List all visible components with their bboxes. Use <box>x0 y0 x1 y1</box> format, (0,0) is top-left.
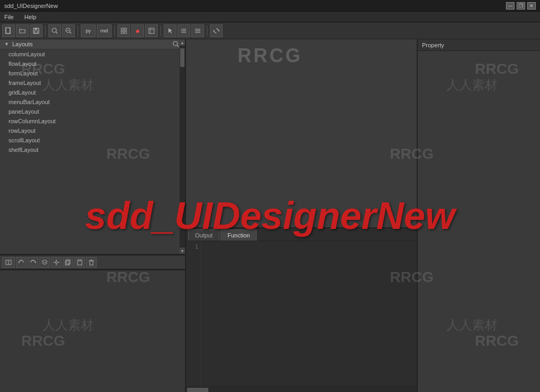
svg-marker-31 <box>18 261 19 263</box>
svg-rect-45 <box>90 261 93 265</box>
mel-button[interactable]: mel <box>97 24 112 37</box>
property-content <box>418 51 540 392</box>
tree-item[interactable]: gridLayout <box>0 88 185 97</box>
magnify2-button[interactable] <box>62 24 75 37</box>
svg-rect-0 <box>6 28 10 33</box>
magnify-button[interactable] <box>48 24 61 37</box>
tree-item[interactable]: formLayout <box>0 69 185 78</box>
output-text-area[interactable] <box>201 241 417 387</box>
menu-help[interactable]: Help <box>22 13 39 21</box>
scroll-down-button[interactable]: ▼ <box>180 248 185 254</box>
svg-rect-20 <box>181 30 182 31</box>
toolbar-sep-2 <box>78 25 78 36</box>
tree-item[interactable]: paneLayout <box>0 107 185 116</box>
svg-rect-42 <box>65 261 69 265</box>
cursor-button[interactable] <box>164 24 176 37</box>
toolbar-sep-4 <box>161 25 161 36</box>
canvas-area[interactable] <box>186 39 417 227</box>
tree-item[interactable]: rowColumnLayout <box>0 116 185 126</box>
window-controls: — ❐ ✕ <box>506 2 536 10</box>
close-button[interactable]: ✕ <box>527 2 536 10</box>
save-button[interactable] <box>30 24 43 37</box>
scroll-up-button[interactable]: ▲ <box>180 39 185 46</box>
layer-button[interactable] <box>39 257 50 268</box>
tree-area: ▲ ▼ ▼ Layouts columnLayout flowLayout fo… <box>0 39 185 255</box>
search-icon[interactable] <box>172 40 180 49</box>
tree-item[interactable]: rowLayout <box>0 126 185 135</box>
minimize-button[interactable]: — <box>506 2 514 10</box>
property-header: Property <box>418 39 540 51</box>
svg-line-5 <box>56 32 57 33</box>
left-panel: ▲ ▼ ▼ Layouts columnLayout flowLayout fo… <box>0 39 186 392</box>
line-numbers: 1 <box>186 241 201 387</box>
new-button[interactable] <box>2 24 15 37</box>
refresh-button[interactable] <box>210 24 223 37</box>
tree-header: ▼ Layouts <box>0 39 185 49</box>
center-panel: Output Function 1 <box>186 39 418 392</box>
line-number-1: 1 <box>188 243 198 250</box>
list1-button[interactable] <box>178 24 190 37</box>
delete-button[interactable] <box>86 257 97 268</box>
toolbar: py mel ● <box>0 22 540 39</box>
text-insert-button[interactable] <box>2 257 15 268</box>
open-button[interactable] <box>16 24 29 37</box>
output-tabs: Output Function <box>186 228 417 241</box>
svg-rect-19 <box>181 29 182 30</box>
svg-rect-10 <box>124 28 126 30</box>
menu-file[interactable]: File <box>2 13 16 21</box>
scroll-thumb[interactable] <box>180 48 184 67</box>
tab-output[interactable]: Output <box>188 229 220 241</box>
left-lower-area <box>0 270 185 392</box>
tree-item[interactable]: scrollLayout <box>0 135 185 145</box>
tree-item[interactable]: menuBarLayout <box>0 97 185 107</box>
svg-marker-33 <box>42 260 47 263</box>
record-button[interactable]: ● <box>131 24 144 37</box>
code-button[interactable] <box>145 24 158 37</box>
window-title: sdd_UIDesignerNew <box>4 3 58 9</box>
svg-line-28 <box>177 45 179 47</box>
grid-button[interactable] <box>117 24 130 37</box>
bottom-scrollbar[interactable] <box>186 387 417 392</box>
restore-button[interactable]: ❐ <box>517 2 525 10</box>
tree-item[interactable]: shelfLayout <box>0 145 185 155</box>
tree-scrollbar[interactable]: ▲ ▼ <box>180 39 185 254</box>
toolbar-sep-5 <box>207 25 207 36</box>
right-panel: Property <box>418 39 540 392</box>
svg-rect-44 <box>79 259 81 261</box>
menu-bar: File Help <box>0 12 540 22</box>
svg-point-4 <box>52 28 56 32</box>
svg-rect-9 <box>121 28 123 30</box>
copy-button[interactable] <box>63 257 73 268</box>
list2-button[interactable] <box>191 24 204 37</box>
svg-rect-41 <box>66 260 70 264</box>
collapse-arrow[interactable]: ▼ <box>4 41 9 47</box>
py-button[interactable]: py <box>81 24 96 37</box>
toolbar-sep-3 <box>114 25 115 36</box>
svg-point-36 <box>55 261 57 263</box>
left-bottom-toolbar <box>0 255 185 270</box>
svg-marker-32 <box>35 261 36 263</box>
tree-header-label: Layouts <box>12 41 33 47</box>
svg-point-27 <box>173 41 178 46</box>
tree-item[interactable]: columnLayout <box>0 49 185 59</box>
move-button[interactable] <box>51 257 62 268</box>
tree-item[interactable]: flowLayout <box>0 59 185 69</box>
svg-rect-13 <box>149 28 154 33</box>
svg-line-35 <box>45 263 47 265</box>
title-bar: sdd_UIDesignerNew — ❐ ✕ <box>0 0 540 12</box>
paste-button[interactable] <box>74 257 85 268</box>
svg-line-34 <box>42 263 45 265</box>
tab-function[interactable]: Function <box>221 229 257 241</box>
svg-rect-2 <box>35 28 37 30</box>
main-layout: ▲ ▼ ▼ Layouts columnLayout flowLayout fo… <box>0 39 540 392</box>
svg-rect-11 <box>121 31 123 33</box>
svg-marker-26 <box>213 30 214 32</box>
tree-item[interactable]: frameLayout <box>0 78 185 88</box>
scroll-track <box>180 46 185 248</box>
horizontal-scroll-thumb[interactable] <box>187 388 208 392</box>
property-title: Property <box>422 42 444 48</box>
undo-tree-button[interactable] <box>16 257 27 268</box>
redo-tree-button[interactable] <box>28 257 38 268</box>
svg-marker-25 <box>218 30 220 32</box>
output-area: Output Function 1 <box>186 227 417 392</box>
